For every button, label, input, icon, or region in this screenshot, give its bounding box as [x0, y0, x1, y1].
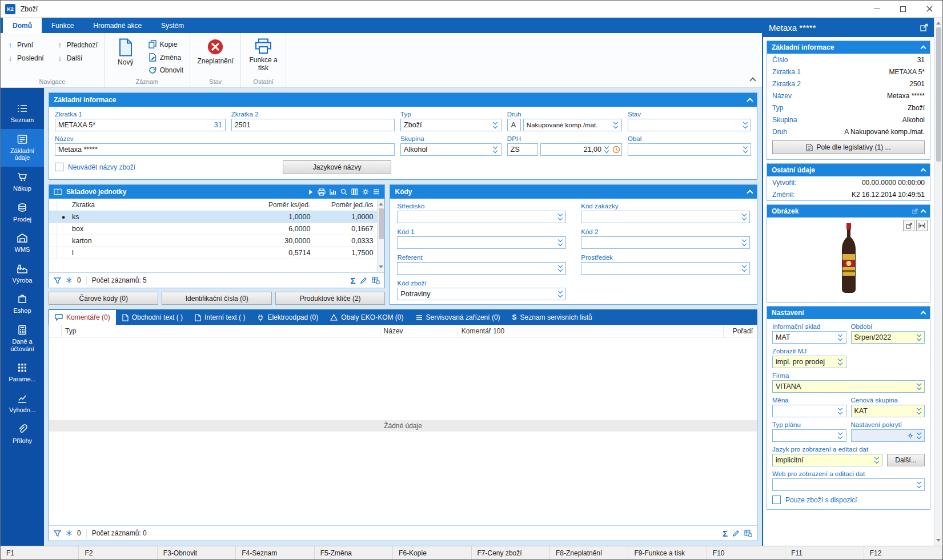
close-button[interactable]	[916, 1, 942, 17]
kod-zakazky-input[interactable]	[581, 211, 750, 223]
sidebar-item-nakup[interactable]: Nákup	[1, 167, 44, 198]
informacni-sklad-input[interactable]: MAT	[772, 331, 846, 344]
sidebar-item-dane-a-uctovani[interactable]: Daně a účtování	[1, 320, 44, 357]
dropdown-icon[interactable]	[741, 144, 749, 155]
dropdown-icon[interactable]	[556, 237, 564, 248]
dropdown-icon[interactable]	[836, 430, 845, 441]
dropdown-icon[interactable]	[491, 144, 500, 155]
identification-numbers-button[interactable]: Identifikační čísla (0)	[162, 292, 271, 305]
mena-input[interactable]	[772, 405, 846, 417]
next-button[interactable]: ↓Další	[55, 53, 99, 63]
typ-planu-input[interactable]	[772, 429, 846, 442]
dropdown-icon[interactable]	[914, 430, 923, 441]
sidebar-item-parametry[interactable]: Parame...	[1, 357, 44, 388]
scroll-down-icon[interactable]	[379, 265, 383, 271]
collapse-icon[interactable]	[921, 311, 926, 316]
zkratka1-input[interactable]: METAXA 5*31	[55, 119, 226, 131]
fit-width-button[interactable]	[916, 220, 928, 231]
tab-elektroodpad[interactable]: Elektroodpad (0)	[251, 310, 324, 325]
web-input[interactable]	[772, 478, 925, 491]
fkey-f7[interactable]: F7-Ceny zboží	[472, 546, 550, 559]
sidebar-item-prodej[interactable]: Prodej	[1, 198, 44, 228]
dropdown-icon[interactable]	[491, 119, 500, 131]
dropdown-icon[interactable]	[741, 119, 749, 131]
druh-code-input[interactable]: A	[507, 119, 521, 131]
tab-servisovana-zarizeni[interactable]: Servisovaná zařízení (0)	[410, 310, 506, 325]
kod2-input[interactable]	[581, 236, 750, 249]
dropdown-icon[interactable]	[836, 356, 845, 368]
first-button[interactable]: ↑První	[5, 39, 46, 50]
dph-rate-input[interactable]: 21,00	[540, 143, 622, 156]
fkey-f8[interactable]: F8-Zneplatnění	[550, 546, 628, 559]
filter-icon[interactable]	[54, 530, 61, 537]
stav-input[interactable]	[628, 119, 751, 131]
zkratka2-input[interactable]: 2501	[231, 119, 395, 131]
edit-icon[interactable]	[360, 277, 367, 284]
chart-icon[interactable]	[330, 188, 336, 195]
freeze-icon[interactable]	[66, 277, 73, 284]
gear-icon[interactable]	[362, 188, 369, 195]
prostredek-input[interactable]	[581, 262, 750, 275]
sidebar-item-vyroba[interactable]: Výroba	[1, 259, 44, 289]
druh-input[interactable]: Nakupované komp./mat.	[523, 119, 622, 131]
legislativa-button[interactable]: Pole dle legislativy (1) ...	[772, 140, 925, 154]
dropdown-icon[interactable]	[914, 479, 923, 490]
dropdown-icon[interactable]	[914, 332, 923, 343]
change-button[interactable]: Změna	[147, 52, 185, 63]
sidebar-item-wms[interactable]: WMS	[1, 228, 44, 259]
sidebar-item-vyhodnoceni[interactable]: Vyhodn...	[1, 388, 44, 419]
firma-input[interactable]: VITANA	[772, 380, 925, 393]
menu-icon[interactable]	[373, 189, 380, 195]
kod1-input[interactable]	[397, 236, 566, 249]
vertical-scrollbar[interactable]	[377, 199, 384, 272]
typ-input[interactable]: Zboží	[400, 119, 501, 131]
ribbon-tab-domu[interactable]: Domů	[3, 18, 42, 33]
sidebar-item-eshop[interactable]: Eshop	[1, 289, 44, 320]
filter-icon[interactable]	[54, 277, 61, 284]
kod-zbozi-input[interactable]: Potraviny	[397, 288, 566, 300]
freeze-icon[interactable]	[66, 530, 73, 537]
fkey-f6[interactable]: F6-Kopie	[393, 546, 471, 559]
tab-obchodni-text[interactable]: Obchodní text ( )	[117, 310, 188, 325]
last-button[interactable]: ↓Poslední	[5, 53, 46, 63]
copy-button[interactable]: Kopie	[147, 39, 185, 50]
fkey-f3[interactable]: F3-Obnovit	[158, 546, 236, 559]
ribbon-tab-funkce[interactable]: Funkce	[42, 18, 83, 33]
open-in-new-icon[interactable]	[920, 23, 928, 31]
dropdown-icon[interactable]	[836, 405, 845, 417]
barcodes-button[interactable]: Čárové kódy (0)	[49, 292, 158, 305]
tab-interni-text[interactable]: Interní text ( )	[189, 310, 251, 325]
fkey-f1[interactable]: F1	[1, 546, 79, 559]
obal-input[interactable]	[628, 143, 751, 156]
print-functions-button[interactable]: Funkce a tisk	[246, 36, 281, 72]
dropdown-icon[interactable]	[740, 211, 748, 223]
stredisko-input[interactable]	[397, 211, 566, 223]
tab-obaly-eko-kom[interactable]: Obaly EKO-KOM (0)	[324, 310, 409, 325]
tab-seznam-servisnich-listu[interactable]: S Seznam servisních listů	[507, 310, 598, 325]
collapse-icon[interactable]	[921, 168, 926, 174]
obdobi-input[interactable]: Srpen/2022	[851, 331, 925, 344]
refresh-button[interactable]: Obnovit	[147, 65, 185, 75]
dropdown-icon[interactable]	[603, 144, 611, 155]
cenova-skupina-input[interactable]: KAT	[851, 405, 925, 417]
sidebar-item-prilohy[interactable]: Přílohy	[1, 419, 44, 450]
minimize-button[interactable]	[864, 1, 890, 17]
sidebar-item-seznam[interactable]: Seznam	[1, 98, 44, 129]
fkey-f2[interactable]: F2	[79, 546, 157, 559]
fkey-f11[interactable]: F11	[785, 546, 864, 559]
table-row[interactable]: ● ks 1,0000 1,0000	[49, 211, 377, 223]
search-icon[interactable]	[340, 188, 347, 195]
table-row[interactable]: l 0,5714 1,7500	[49, 247, 377, 259]
collapse-icon[interactable]	[921, 209, 926, 215]
neuvadet-nazvy-checkbox[interactable]	[55, 163, 63, 171]
column-header-nazev[interactable]: Název	[380, 325, 458, 337]
fkey-f9[interactable]: F9-Funkce a tisk	[628, 546, 707, 559]
table-settings-icon[interactable]	[372, 276, 380, 284]
dropdown-icon[interactable]	[740, 263, 748, 274]
column-header-typ[interactable]: Typ	[62, 325, 380, 337]
collapse-icon[interactable]	[747, 190, 753, 196]
scroll-down-icon[interactable]	[936, 539, 941, 544]
previous-button[interactable]: ↑Předchozí	[55, 39, 99, 50]
edit-icon[interactable]	[732, 530, 740, 537]
dropdown-icon[interactable]	[836, 332, 845, 343]
